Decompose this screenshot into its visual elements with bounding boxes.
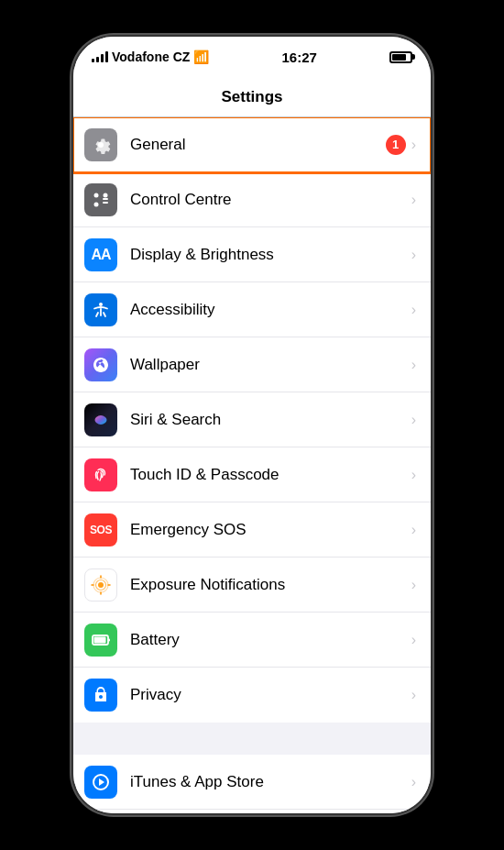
accessibility-label: Accessibility	[130, 301, 411, 319]
wallpaper-label: Wallpaper	[130, 356, 411, 374]
touch-id-label: Touch ID & Passcode	[130, 466, 411, 484]
settings-item-wallpaper[interactable]: Wallpaper ›	[73, 337, 431, 392]
siri-search-label: Siri & Search	[130, 411, 411, 429]
exposure-right: ›	[411, 577, 416, 593]
settings-item-exposure[interactable]: Exposure Notifications ›	[73, 557, 431, 613]
settings-item-battery[interactable]: Battery ›	[73, 613, 431, 668]
settings-item-wallet[interactable]: Wallet & Apple Pay ›	[73, 810, 431, 813]
status-left: Vodafone CZ 📶	[92, 50, 209, 64]
display-brightness-right: ›	[411, 247, 416, 263]
general-label: General	[130, 136, 386, 154]
control-centre-label: Control Centre	[130, 191, 411, 209]
itunes-appstore-label: iTunes & App Store	[130, 773, 411, 791]
general-right: 1 ›	[386, 135, 416, 155]
settings-item-control-centre[interactable]: Control Centre ›	[73, 172, 431, 227]
status-bar: Vodafone CZ 📶 16:27	[73, 37, 431, 77]
exposure-icon	[84, 569, 117, 602]
accessibility-right: ›	[411, 302, 416, 318]
emergency-sos-right: ›	[411, 522, 416, 538]
siri-icon	[84, 403, 117, 436]
settings-item-siri-search[interactable]: Siri & Search ›	[73, 392, 431, 447]
svg-rect-4	[103, 202, 108, 204]
status-time: 16:27	[281, 50, 316, 65]
control-centre-chevron: ›	[411, 192, 416, 208]
svg-point-6	[98, 582, 104, 588]
accessibility-icon	[84, 293, 117, 326]
page-title: Settings	[221, 88, 282, 106]
battery-label: Battery	[130, 631, 411, 649]
settings-item-privacy[interactable]: Privacy ›	[73, 668, 431, 723]
battery-chevron: ›	[411, 632, 416, 648]
settings-item-general[interactable]: General 1 ›	[73, 117, 431, 172]
settings-item-display-brightness[interactable]: AA Display & Brightness ›	[73, 227, 431, 282]
settings-group-1: General 1 › Control Centre	[73, 117, 431, 723]
touch-id-icon	[84, 458, 117, 491]
siri-search-chevron: ›	[411, 412, 416, 428]
settings-item-emergency-sos[interactable]: SOS Emergency SOS ›	[73, 502, 431, 557]
settings-item-accessibility[interactable]: Accessibility ›	[73, 282, 431, 337]
general-badge: 1	[386, 135, 406, 155]
nav-bar: Settings	[73, 77, 431, 117]
svg-point-0	[94, 193, 99, 197]
wallpaper-chevron: ›	[411, 357, 416, 373]
settings-item-itunes-appstore[interactable]: iTunes & App Store ›	[73, 755, 431, 810]
settings-group-2: iTunes & App Store › Wallet & Apple P	[73, 755, 431, 813]
carrier-name: Vodafone CZ	[112, 50, 190, 64]
display-brightness-label: Display & Brightness	[130, 246, 411, 264]
wallpaper-right: ›	[411, 357, 416, 373]
control-centre-right: ›	[411, 192, 416, 208]
itunes-appstore-icon	[84, 766, 117, 799]
status-right	[389, 51, 412, 63]
accessibility-chevron: ›	[411, 302, 416, 318]
display-brightness-icon: AA	[84, 238, 117, 271]
battery-status-icon	[389, 51, 412, 63]
wallpaper-icon	[84, 348, 117, 381]
itunes-appstore-right: ›	[411, 774, 416, 790]
exposure-label: Exposure Notifications	[130, 576, 411, 594]
svg-rect-15	[94, 636, 106, 643]
privacy-label: Privacy	[130, 686, 411, 704]
settings-item-touch-id[interactable]: Touch ID & Passcode ›	[73, 447, 431, 502]
battery-right: ›	[411, 632, 416, 648]
settings-list[interactable]: General 1 › Control Centre	[73, 117, 431, 813]
svg-point-2	[94, 202, 99, 206]
privacy-icon	[84, 679, 117, 712]
svg-rect-14	[108, 638, 110, 641]
emergency-sos-icon: SOS	[84, 513, 117, 546]
svg-point-5	[99, 303, 103, 306]
touch-id-chevron: ›	[411, 467, 416, 483]
wifi-icon: 📶	[193, 50, 209, 64]
siri-search-right: ›	[411, 412, 416, 428]
touch-id-right: ›	[411, 467, 416, 483]
exposure-chevron: ›	[411, 577, 416, 593]
privacy-right: ›	[411, 687, 416, 703]
phone-frame: Vodafone CZ 📶 16:27 Settings	[73, 37, 431, 813]
display-brightness-chevron: ›	[411, 247, 416, 263]
signal-icon	[92, 51, 108, 62]
general-icon	[84, 128, 117, 161]
svg-point-1	[104, 193, 108, 197]
svg-rect-3	[103, 198, 108, 200]
control-centre-icon	[84, 183, 117, 216]
itunes-appstore-chevron: ›	[411, 774, 416, 790]
emergency-sos-label: Emergency SOS	[130, 521, 411, 539]
privacy-chevron: ›	[411, 687, 416, 703]
emergency-sos-chevron: ›	[411, 522, 416, 538]
general-chevron: ›	[411, 137, 416, 153]
battery-icon	[84, 624, 117, 657]
